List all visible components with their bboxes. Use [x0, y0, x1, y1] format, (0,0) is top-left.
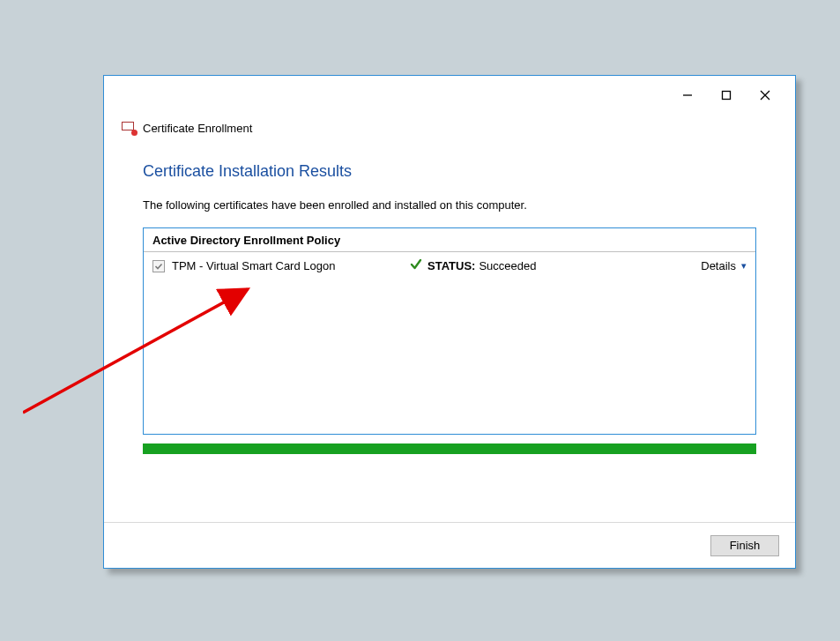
- details-toggle[interactable]: Details ▾: [701, 259, 747, 272]
- page-subtext: The following certificates have been enr…: [143, 198, 756, 212]
- caption-row: Certificate Enrollment: [104, 111, 795, 138]
- details-label: Details: [701, 259, 736, 272]
- window-title: Certificate Enrollment: [143, 122, 252, 135]
- success-check-icon: [410, 258, 422, 273]
- content-area: Certificate Installation Results The fol…: [104, 138, 795, 468]
- footer: Finish: [104, 522, 795, 568]
- maximize-icon: [721, 90, 732, 101]
- page-heading: Certificate Installation Results: [143, 162, 756, 181]
- certificate-name: TPM - Virtual Smart Card Logon: [172, 259, 410, 272]
- checkmark-icon: [154, 262, 163, 271]
- chevron-down-icon: ▾: [741, 260, 747, 272]
- policy-header: Active Directory Enrollment Policy: [144, 228, 755, 252]
- enrollment-policy-box: Active Directory Enrollment Policy TPM -…: [143, 227, 756, 435]
- progress-bar: [143, 443, 756, 454]
- certificate-checkbox[interactable]: [152, 260, 165, 272]
- finish-button[interactable]: Finish: [710, 535, 779, 556]
- maximize-button[interactable]: [707, 83, 746, 108]
- close-icon: [760, 90, 770, 101]
- certificate-enrollment-icon: [122, 122, 136, 134]
- wizard-window: Certificate Enrollment Certificate Insta…: [103, 75, 796, 569]
- certificate-row: TPM - Virtual Smart Card Logon STATUS: S…: [144, 252, 755, 280]
- status-label: STATUS:: [427, 259, 475, 272]
- minimize-button[interactable]: [668, 83, 707, 108]
- minimize-icon: [682, 90, 693, 101]
- status-value: Succeeded: [479, 259, 536, 272]
- close-button[interactable]: [746, 83, 784, 108]
- svg-rect-1: [723, 92, 731, 100]
- status-group: STATUS: Succeeded: [410, 258, 586, 273]
- titlebar: [104, 76, 795, 111]
